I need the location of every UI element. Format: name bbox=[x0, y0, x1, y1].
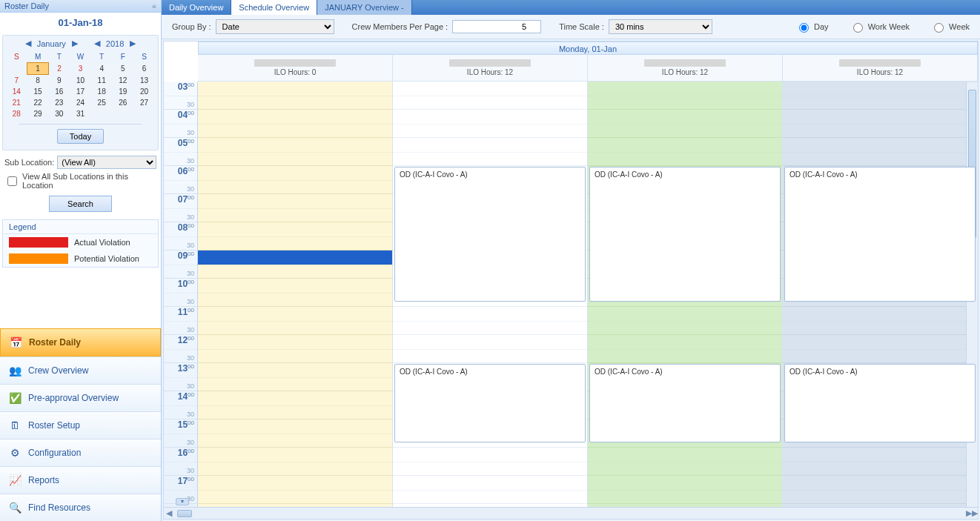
module-icon: 📈 bbox=[7, 473, 22, 488]
calendar-day[interactable]: 31 bbox=[70, 108, 91, 119]
module-reports[interactable]: 📈Reports bbox=[0, 466, 161, 494]
collapse-sidebar-icon[interactable]: « bbox=[152, 1, 156, 10]
tab-daily-overview[interactable]: Daily Overview bbox=[162, 0, 231, 15]
calendar-day[interactable]: 5 bbox=[113, 63, 134, 75]
calendar-day[interactable]: 18 bbox=[91, 86, 113, 97]
crew-column-header[interactable]: ILO Hours: 12 bbox=[783, 55, 978, 82]
sublocation-select[interactable]: (View All) bbox=[57, 156, 156, 169]
lane[interactable]: OD (IC-A-I Covo - A)OD (IC-A-I Covo - A) bbox=[393, 82, 588, 519]
calendar-day[interactable]: 1 bbox=[27, 63, 49, 75]
current-time-indicator bbox=[198, 250, 392, 265]
horizontal-scroll-thumb[interactable] bbox=[177, 510, 192, 517]
time-row: 0900 bbox=[164, 250, 197, 279]
calendar-day[interactable]: 12 bbox=[113, 75, 134, 87]
crew-column-header[interactable]: ILO Hours: 0 bbox=[198, 55, 393, 82]
calendar-day[interactable]: 27 bbox=[133, 97, 155, 108]
crew-column-header[interactable]: ILO Hours: 12 bbox=[393, 55, 588, 82]
schedule-event[interactable]: OD (IC-A-I Covo - A) bbox=[589, 167, 781, 302]
view-all-subloc-checkbox[interactable] bbox=[7, 176, 17, 186]
calendar-day[interactable]: 7 bbox=[6, 75, 27, 87]
calendar-day[interactable]: 13 bbox=[133, 75, 155, 87]
module-label: Roster Setup bbox=[28, 420, 80, 431]
calendar-day[interactable]: 4 bbox=[91, 63, 113, 75]
next-year-icon[interactable]: ▶ bbox=[128, 39, 137, 48]
calendar-day[interactable]: 8 bbox=[27, 75, 49, 87]
module-icon: 🗓 bbox=[7, 418, 22, 433]
calendar-day[interactable]: 11 bbox=[91, 75, 113, 87]
sidebar-title-bar: Roster Daily « bbox=[0, 0, 161, 13]
lane[interactable]: OD (IC-A-I Covo - A)OD (IC-A-I Covo - A) bbox=[588, 82, 783, 519]
calendar[interactable]: SMTWTFS 12345678910111213141516171819202… bbox=[6, 51, 155, 119]
scroll-right-icon[interactable]: ▶▶ bbox=[966, 508, 978, 518]
calendar-day[interactable]: 20 bbox=[133, 86, 155, 97]
crew-column-header[interactable]: ILO Hours: 12 bbox=[588, 55, 783, 82]
calendar-day[interactable]: 24 bbox=[70, 97, 91, 108]
module-icon: ⚙ bbox=[7, 445, 22, 460]
calendar-day[interactable]: 25 bbox=[91, 97, 113, 108]
calendar-day[interactable]: 9 bbox=[48, 75, 70, 87]
legend: Legend Actual ViolationPotential Violati… bbox=[2, 219, 159, 268]
module-list: 📅Roster Daily👥Crew Overview✅Pre-approval… bbox=[0, 328, 161, 521]
groupby-select[interactable]: Date bbox=[216, 19, 334, 34]
calendar-day[interactable]: 22 bbox=[27, 97, 49, 108]
scroll-left-icon[interactable]: ◀ bbox=[164, 508, 174, 518]
view-all-subloc-label: View All Sub Locations in this Location bbox=[22, 172, 156, 190]
tab-schedule-overview[interactable]: Schedule Overview bbox=[231, 0, 317, 15]
cal-year[interactable]: 2018 bbox=[106, 39, 124, 48]
view-day[interactable]: Day bbox=[795, 21, 829, 33]
crewpp-input[interactable] bbox=[452, 20, 541, 33]
view-work-week[interactable]: Work Week bbox=[850, 21, 910, 33]
prev-year-icon[interactable]: ◀ bbox=[93, 39, 102, 48]
next-month-icon[interactable]: ▶ bbox=[70, 39, 79, 48]
view-week[interactable]: Week bbox=[930, 21, 970, 33]
calendar-day[interactable]: 2 bbox=[48, 63, 70, 75]
lane[interactable]: OD (IC-A-I Covo - A)OD (IC-A-I Covo - A) bbox=[783, 82, 978, 519]
schedule-event[interactable]: OD (IC-A-I Covo - A) bbox=[784, 167, 976, 302]
today-button[interactable]: Today bbox=[57, 129, 104, 144]
expand-down-icon[interactable]: ▾ bbox=[176, 498, 189, 505]
calendar-day[interactable]: 14 bbox=[6, 86, 27, 97]
crew-name-redacted bbox=[644, 59, 726, 67]
cal-month[interactable]: January bbox=[37, 39, 66, 48]
search-button[interactable]: Search bbox=[49, 196, 112, 212]
toolbar: Group By : Date Crew Members Per Page : … bbox=[162, 15, 980, 39]
calendar-day[interactable]: 23 bbox=[48, 97, 70, 108]
calendar-day[interactable]: 10 bbox=[70, 75, 91, 87]
module-icon: 📅 bbox=[8, 335, 23, 350]
schedule-event[interactable]: OD (IC-A-I Covo - A) bbox=[589, 364, 781, 442]
module-crew-overview[interactable]: 👥Crew Overview bbox=[0, 356, 161, 384]
schedule-event[interactable]: OD (IC-A-I Covo - A) bbox=[394, 364, 586, 442]
calendar-day[interactable]: 29 bbox=[27, 108, 49, 119]
time-row: 1300 bbox=[164, 363, 197, 391]
schedule-event[interactable]: OD (IC-A-I Covo - A) bbox=[394, 167, 586, 302]
calendar-day[interactable]: 26 bbox=[113, 97, 134, 108]
schedule-event[interactable]: OD (IC-A-I Covo - A) bbox=[784, 364, 976, 442]
tab-january-overview--[interactable]: JANUARY Overview - bbox=[317, 0, 412, 15]
module-label: Pre-approval Overview bbox=[28, 393, 119, 403]
calendar-day[interactable]: 21 bbox=[6, 97, 27, 108]
calendar-day[interactable]: 19 bbox=[113, 86, 134, 97]
legend-title: Legend bbox=[3, 220, 158, 234]
lane[interactable] bbox=[198, 82, 393, 519]
module-roster-daily[interactable]: 📅Roster Daily bbox=[0, 328, 161, 356]
prev-month-icon[interactable]: ◀ bbox=[24, 39, 33, 48]
calendar-day[interactable]: 28 bbox=[6, 108, 27, 119]
module-pre-approval-overview[interactable]: ✅Pre-approval Overview bbox=[0, 384, 161, 411]
module-roster-setup[interactable]: 🗓Roster Setup bbox=[0, 411, 161, 439]
time-row: 0400 bbox=[164, 110, 197, 138]
module-icon: 👥 bbox=[7, 363, 22, 378]
legend-label: Actual Violation bbox=[74, 238, 130, 247]
module-configuration[interactable]: ⚙Configuration bbox=[0, 439, 161, 466]
timescale-select[interactable]: 30 mins bbox=[609, 19, 712, 34]
calendar-day[interactable]: 15 bbox=[27, 86, 49, 97]
calendar-day[interactable]: 16 bbox=[48, 86, 70, 97]
day-header: Monday, 01-Jan bbox=[198, 42, 978, 55]
horizontal-scrollbar[interactable]: ◀ ▶▶ bbox=[164, 507, 978, 519]
schedule: Monday, 01-Jan ILO Hours: 0ILO Hours: 12… bbox=[163, 41, 979, 520]
module-find-resources[interactable]: 🔍Find Resources bbox=[0, 494, 161, 521]
calendar-day[interactable]: 17 bbox=[70, 86, 91, 97]
selected-date: 01-Jan-18 bbox=[0, 13, 161, 33]
calendar-day[interactable]: 3 bbox=[70, 63, 91, 75]
calendar-day[interactable]: 6 bbox=[133, 63, 155, 75]
calendar-day[interactable]: 30 bbox=[48, 108, 70, 119]
